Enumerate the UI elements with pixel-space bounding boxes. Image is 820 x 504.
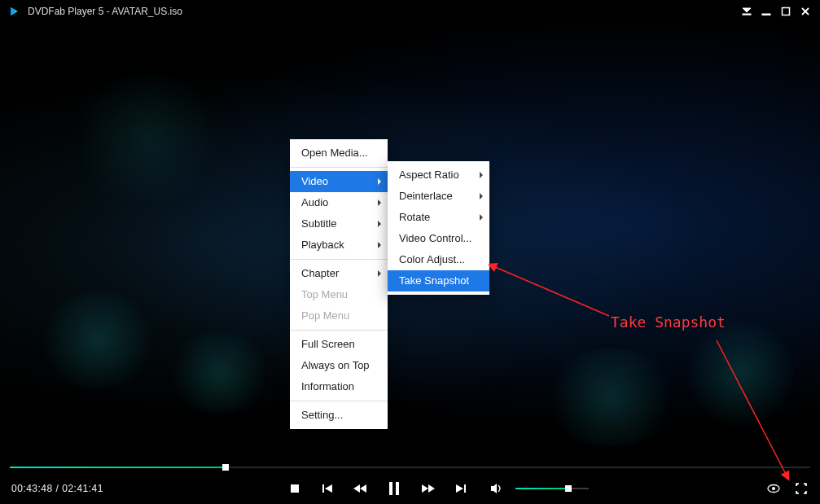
- stop-button[interactable]: [287, 481, 302, 496]
- svg-rect-4: [743, 14, 751, 15]
- fullscreen-button[interactable]: [794, 481, 809, 496]
- menu-item-information[interactable]: Information: [290, 376, 388, 397]
- video-submenu: Aspect RatioDeinterlaceRotateVideo Contr…: [388, 161, 489, 295]
- menu-item-pop-menu: Pop Menu: [290, 305, 388, 327]
- volume-icon[interactable]: [489, 481, 504, 496]
- previous-button[interactable]: [320, 481, 335, 496]
- menu-item-audio[interactable]: Audio: [290, 192, 388, 213]
- close-button[interactable]: [796, 2, 815, 21]
- submenu-item-deinterlace[interactable]: Deinterlace: [388, 186, 489, 207]
- menu-item-chapter[interactable]: Chapter: [290, 263, 388, 284]
- total-time: 02:41:41: [62, 483, 103, 494]
- next-button[interactable]: [454, 481, 468, 496]
- submenu-item-aspect-ratio[interactable]: Aspect Ratio: [388, 164, 489, 186]
- menu-item-video[interactable]: Video: [290, 171, 388, 192]
- app-logo-icon: [5, 3, 21, 20]
- svg-rect-18: [389, 482, 392, 495]
- menu-separator: [290, 401, 388, 401]
- rewind-button[interactable]: [353, 481, 367, 496]
- menu-separator: [290, 259, 388, 260]
- svg-marker-17: [360, 484, 366, 493]
- submenu-item-take-snapshot[interactable]: Take Snapshot: [388, 270, 489, 291]
- titlebar: DVDFab Player 5 - AVATAR_US.iso: [0, 0, 820, 23]
- svg-rect-6: [783, 8, 790, 15]
- submenu-item-rotate[interactable]: Rotate: [388, 207, 489, 228]
- menu-item-always-on-top[interactable]: Always on Top: [290, 355, 388, 376]
- menu-item-subtitle[interactable]: Subtitle: [290, 213, 388, 234]
- svg-marker-24: [491, 484, 497, 493]
- fast-forward-button[interactable]: [421, 481, 436, 496]
- control-bar: 00:43:48 / 02:41:41: [0, 473, 820, 504]
- svg-marker-20: [422, 484, 428, 493]
- svg-marker-22: [456, 484, 463, 493]
- volume-slider[interactable]: [515, 484, 589, 493]
- menu-item-full-screen[interactable]: Full Screen: [290, 334, 388, 355]
- svg-rect-23: [464, 484, 466, 493]
- seek-bar[interactable]: [10, 463, 810, 471]
- svg-rect-13: [291, 484, 299, 493]
- context-menu: Open Media...VideoAudioSubtitlePlaybackC…: [290, 139, 388, 429]
- menu-separator: [290, 330, 388, 331]
- current-time: 00:43:48: [11, 483, 53, 494]
- svg-marker-21: [428, 484, 435, 493]
- submenu-item-video-control[interactable]: Video Control...: [388, 228, 489, 249]
- svg-marker-16: [353, 484, 360, 493]
- svg-point-26: [772, 487, 775, 490]
- playlist-toggle-button[interactable]: [737, 2, 756, 21]
- playback-time: 00:43:48 / 02:41:41: [11, 483, 103, 494]
- player-window: DVDFab Player 5 - AVATAR_US.iso Open Med…: [0, 0, 820, 504]
- svg-marker-15: [325, 484, 332, 493]
- svg-rect-19: [396, 482, 399, 495]
- submenu-item-color-adjust[interactable]: Color Adjust...: [388, 249, 489, 270]
- svg-rect-14: [322, 484, 324, 493]
- window-title: DVDFab Player 5 - AVATAR_US.iso: [28, 6, 182, 17]
- menu-item-open-media[interactable]: Open Media...: [290, 142, 388, 164]
- annotation-label: Take Snapshot: [611, 313, 726, 331]
- maximize-button[interactable]: [776, 2, 796, 21]
- svg-marker-3: [743, 8, 751, 12]
- menu-item-top-menu: Top Menu: [290, 284, 388, 305]
- svg-rect-5: [762, 14, 770, 15]
- play-pause-button[interactable]: [385, 481, 403, 496]
- snapshot-button[interactable]: [766, 481, 781, 496]
- menu-item-playback[interactable]: Playback: [290, 234, 388, 256]
- menu-separator: [290, 167, 388, 168]
- menu-item-setting[interactable]: Setting...: [290, 405, 388, 426]
- minimize-button[interactable]: [756, 2, 776, 21]
